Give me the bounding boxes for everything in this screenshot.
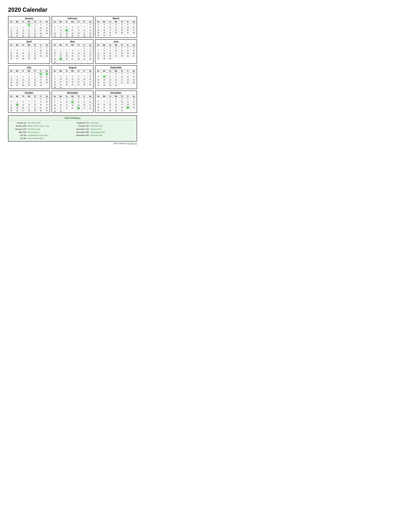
holiday-date: September 7th bbox=[73, 122, 90, 124]
day-header: Su bbox=[8, 20, 14, 23]
day-cell: 6 bbox=[70, 49, 75, 52]
day-cell: 7 bbox=[101, 100, 107, 103]
day-cell: 19 bbox=[14, 106, 20, 109]
day-cell: 5 bbox=[8, 27, 14, 29]
month-december: DecemberSuMoTuWeThFrSa123456789101112131… bbox=[95, 91, 137, 113]
day-cell: 8 bbox=[107, 75, 113, 78]
day-header: Th bbox=[75, 70, 81, 72]
day-cell: 26 bbox=[64, 57, 70, 61]
day-cell: 1 bbox=[107, 72, 113, 75]
holiday-name: Memorial Day bbox=[28, 131, 39, 134]
day-cell bbox=[20, 23, 26, 27]
day-cell: 3 bbox=[38, 23, 44, 27]
day-header: Th bbox=[32, 44, 38, 47]
day-cell: 7 bbox=[20, 27, 26, 29]
day-cell: 8 bbox=[81, 49, 87, 52]
day-header: Th bbox=[75, 44, 81, 47]
day-cell: 6 bbox=[75, 75, 81, 78]
day-cell: 9 bbox=[113, 75, 119, 78]
day-cell: 16 bbox=[101, 29, 107, 31]
day-cell: 6 bbox=[131, 47, 137, 49]
day-cell: 23 bbox=[52, 83, 58, 86]
day-cell: 19 bbox=[131, 78, 137, 81]
day-cell: 11 bbox=[44, 49, 50, 52]
day-cell: 29 bbox=[87, 83, 93, 86]
day-cell: 3 bbox=[52, 49, 58, 52]
day-cell: 25 bbox=[64, 35, 70, 38]
holiday-row: July 4thIndependence Day bbox=[10, 137, 73, 140]
day-cell: 20 bbox=[95, 81, 101, 84]
day-header: Th bbox=[75, 95, 81, 98]
day-cell: 29 bbox=[81, 57, 87, 61]
day-cell: 19 bbox=[125, 52, 131, 55]
day-header: Su bbox=[52, 70, 58, 72]
day-cell: 21 bbox=[81, 81, 87, 83]
day-cell: 20 bbox=[14, 81, 20, 84]
day-cell: 28 bbox=[81, 35, 87, 38]
day-cell bbox=[113, 57, 119, 60]
day-cell bbox=[81, 86, 87, 89]
day-cell: 11 bbox=[113, 26, 119, 29]
day-cell: 12 bbox=[75, 100, 81, 104]
day-header: Fr bbox=[38, 70, 44, 72]
month-table-july: SuMoTuWeThFrSa12345678910111213141516171… bbox=[8, 69, 50, 86]
day-cell: 10 bbox=[58, 78, 64, 81]
day-cell bbox=[119, 84, 125, 87]
day-cell: 20 bbox=[95, 106, 101, 109]
month-title-may: May bbox=[52, 40, 93, 44]
day-header: Th bbox=[32, 20, 38, 23]
day-cell: 30 bbox=[107, 57, 113, 60]
day-cell: 1 bbox=[26, 72, 32, 76]
day-cell: 10 bbox=[38, 76, 44, 78]
day-cell: 4 bbox=[44, 47, 50, 49]
day-cell: 31 bbox=[38, 84, 44, 87]
day-cell: 14 bbox=[101, 103, 107, 106]
day-cell: 1 bbox=[52, 98, 58, 100]
day-cell: 10 bbox=[113, 49, 119, 52]
day-cell: 3 bbox=[107, 23, 113, 26]
day-cell: 17 bbox=[38, 78, 44, 81]
day-cell: 9 bbox=[52, 29, 58, 32]
day-header: We bbox=[26, 70, 32, 72]
day-cell: 7 bbox=[87, 98, 93, 100]
day-cell: 3 bbox=[44, 98, 50, 100]
day-cell: 17 bbox=[38, 52, 44, 55]
day-cell bbox=[58, 47, 64, 49]
day-header: Tu bbox=[20, 44, 26, 47]
day-header: Tu bbox=[20, 70, 26, 72]
month-title-september: September bbox=[95, 66, 137, 69]
holiday-name: New Year's Day bbox=[28, 122, 41, 124]
day-cell bbox=[52, 47, 58, 49]
day-cell: 16 bbox=[58, 104, 64, 106]
footer-link[interactable]: AraHR.com bbox=[128, 142, 137, 144]
day-cell: 19 bbox=[131, 103, 137, 106]
day-cell: 31 bbox=[44, 109, 50, 112]
day-cell: 30 bbox=[52, 86, 58, 89]
day-header: Tu bbox=[107, 44, 113, 47]
day-cell: 17 bbox=[38, 29, 44, 32]
day-cell: 15 bbox=[52, 104, 58, 106]
day-cell: 10 bbox=[107, 26, 113, 29]
day-header: Mo bbox=[101, 70, 107, 72]
day-cell: 25 bbox=[125, 106, 131, 109]
page-title: 2020 Calendar bbox=[8, 6, 137, 13]
day-cell: 4 bbox=[8, 100, 14, 103]
day-cell: 27 bbox=[125, 31, 131, 34]
day-cell: 13 bbox=[14, 29, 20, 32]
day-cell: 16 bbox=[107, 52, 113, 55]
day-cell bbox=[131, 34, 137, 37]
holiday-date: November 26th bbox=[73, 131, 90, 134]
day-cell: 16 bbox=[38, 103, 44, 106]
day-cell: 26 bbox=[70, 35, 75, 38]
day-cell: 23 bbox=[32, 81, 38, 84]
day-cell bbox=[125, 84, 131, 87]
day-header: Sa bbox=[44, 44, 50, 47]
month-title-december: December bbox=[95, 91, 137, 95]
day-cell: 21 bbox=[20, 81, 26, 84]
day-cell: 20 bbox=[131, 52, 137, 55]
day-cell: 28 bbox=[95, 57, 101, 60]
day-cell: 18 bbox=[119, 52, 125, 55]
day-header: Su bbox=[8, 95, 14, 98]
day-cell: 8 bbox=[87, 26, 93, 29]
day-cell: 26 bbox=[131, 81, 137, 84]
